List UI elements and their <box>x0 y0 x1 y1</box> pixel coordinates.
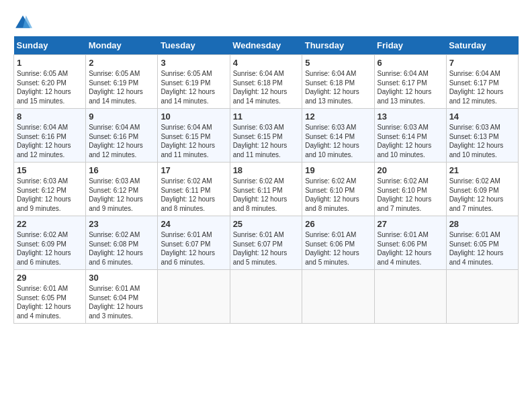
day-number: 4 <box>233 58 300 68</box>
day-info: Sunrise: 6:01 AMSunset: 6:05 PMDaylight:… <box>449 231 504 266</box>
day-info: Sunrise: 6:05 AMSunset: 6:20 PMDaylight:… <box>17 70 71 105</box>
day-number: 2 <box>89 58 154 68</box>
day-number: 24 <box>161 219 226 229</box>
calendar-week-4: 22 Sunrise: 6:02 AMSunset: 6:09 PMDaylig… <box>14 216 519 270</box>
day-number: 6 <box>378 58 443 68</box>
calendar-cell <box>374 270 446 324</box>
day-number: 18 <box>233 165 300 175</box>
day-info: Sunrise: 6:04 AMSunset: 6:18 PMDaylight:… <box>233 70 287 105</box>
day-info: Sunrise: 6:05 AMSunset: 6:19 PMDaylight:… <box>161 70 215 105</box>
calendar-cell: 26 Sunrise: 6:01 AMSunset: 6:06 PMDaylig… <box>302 216 374 270</box>
day-info: Sunrise: 6:04 AMSunset: 6:17 PMDaylight:… <box>378 70 432 105</box>
calendar-cell: 29 Sunrise: 6:01 AMSunset: 6:05 PMDaylig… <box>14 270 86 324</box>
day-info: Sunrise: 6:04 AMSunset: 6:16 PMDaylight:… <box>89 124 143 158</box>
day-number: 20 <box>378 165 443 175</box>
day-info: Sunrise: 6:04 AMSunset: 6:18 PMDaylight:… <box>305 70 359 105</box>
day-info: Sunrise: 6:03 AMSunset: 6:15 PMDaylight:… <box>233 124 287 158</box>
day-number: 22 <box>17 219 83 229</box>
day-info: Sunrise: 6:01 AMSunset: 6:07 PMDaylight:… <box>161 231 215 266</box>
page-header <box>13 13 519 32</box>
day-number: 30 <box>89 273 154 283</box>
day-info: Sunrise: 6:01 AMSunset: 6:05 PMDaylight:… <box>17 285 71 320</box>
calendar-cell: 11 Sunrise: 6:03 AMSunset: 6:15 PMDaylig… <box>230 109 302 163</box>
day-info: Sunrise: 6:02 AMSunset: 6:08 PMDaylight:… <box>89 231 143 266</box>
day-number: 5 <box>305 58 371 68</box>
day-number: 21 <box>449 165 515 175</box>
weekday-header-wednesday: Wednesday <box>230 36 302 55</box>
day-number: 8 <box>17 111 83 122</box>
day-info: Sunrise: 6:02 AMSunset: 6:11 PMDaylight:… <box>233 177 287 212</box>
day-info: Sunrise: 6:03 AMSunset: 6:12 PMDaylight:… <box>17 177 71 212</box>
day-number: 15 <box>17 165 83 175</box>
day-number: 9 <box>89 111 154 122</box>
calendar-week-5: 29 Sunrise: 6:01 AMSunset: 6:05 PMDaylig… <box>14 270 519 324</box>
calendar-cell <box>230 270 302 324</box>
calendar-cell: 3 Sunrise: 6:05 AMSunset: 6:19 PMDayligh… <box>158 55 230 109</box>
calendar-cell <box>302 270 374 324</box>
day-number: 16 <box>89 165 154 175</box>
day-number: 29 <box>17 273 83 283</box>
weekday-header-sunday: Sunday <box>14 36 86 55</box>
calendar-week-2: 8 Sunrise: 6:04 AMSunset: 6:16 PMDayligh… <box>14 109 519 163</box>
day-number: 3 <box>161 58 226 68</box>
day-number: 27 <box>378 219 443 229</box>
calendar-cell: 24 Sunrise: 6:01 AMSunset: 6:07 PMDaylig… <box>158 216 230 270</box>
calendar-cell: 13 Sunrise: 6:03 AMSunset: 6:14 PMDaylig… <box>374 109 446 163</box>
calendar-week-3: 15 Sunrise: 6:03 AMSunset: 6:12 PMDaylig… <box>14 163 519 216</box>
calendar-cell: 30 Sunrise: 6:01 AMSunset: 6:04 PMDaylig… <box>86 270 158 324</box>
calendar-cell: 10 Sunrise: 6:04 AMSunset: 6:15 PMDaylig… <box>158 109 230 163</box>
calendar-cell: 8 Sunrise: 6:04 AMSunset: 6:16 PMDayligh… <box>14 109 86 163</box>
calendar-cell: 2 Sunrise: 6:05 AMSunset: 6:19 PMDayligh… <box>86 55 158 109</box>
calendar-cell: 5 Sunrise: 6:04 AMSunset: 6:18 PMDayligh… <box>302 55 374 109</box>
day-info: Sunrise: 6:01 AMSunset: 6:04 PMDaylight:… <box>89 285 143 320</box>
calendar-cell: 18 Sunrise: 6:02 AMSunset: 6:11 PMDaylig… <box>230 163 302 216</box>
day-number: 19 <box>305 165 371 175</box>
day-info: Sunrise: 6:02 AMSunset: 6:09 PMDaylight:… <box>17 231 71 266</box>
day-info: Sunrise: 6:04 AMSunset: 6:15 PMDaylight:… <box>161 124 215 158</box>
calendar-cell: 1 Sunrise: 6:05 AMSunset: 6:20 PMDayligh… <box>14 55 86 109</box>
calendar-cell: 14 Sunrise: 6:03 AMSunset: 6:13 PMDaylig… <box>446 109 518 163</box>
calendar-cell: 15 Sunrise: 6:03 AMSunset: 6:12 PMDaylig… <box>14 163 86 216</box>
calendar-cell <box>446 270 518 324</box>
weekday-header-saturday: Saturday <box>446 36 518 55</box>
day-number: 23 <box>89 219 154 229</box>
day-number: 12 <box>305 111 371 122</box>
day-info: Sunrise: 6:02 AMSunset: 6:10 PMDaylight:… <box>305 177 359 212</box>
calendar-week-1: 1 Sunrise: 6:05 AMSunset: 6:20 PMDayligh… <box>14 55 519 109</box>
weekday-header-thursday: Thursday <box>302 36 374 55</box>
calendar-cell: 27 Sunrise: 6:01 AMSunset: 6:06 PMDaylig… <box>374 216 446 270</box>
day-info: Sunrise: 6:01 AMSunset: 6:06 PMDaylight:… <box>378 231 432 266</box>
day-number: 7 <box>449 58 515 68</box>
weekday-header-tuesday: Tuesday <box>158 36 230 55</box>
day-number: 17 <box>161 165 226 175</box>
calendar-cell: 23 Sunrise: 6:02 AMSunset: 6:08 PMDaylig… <box>86 216 158 270</box>
day-info: Sunrise: 6:04 AMSunset: 6:16 PMDaylight:… <box>17 124 71 158</box>
calendar-cell: 4 Sunrise: 6:04 AMSunset: 6:18 PMDayligh… <box>230 55 302 109</box>
logo <box>13 13 35 32</box>
calendar-cell: 28 Sunrise: 6:01 AMSunset: 6:05 PMDaylig… <box>446 216 518 270</box>
day-info: Sunrise: 6:02 AMSunset: 6:10 PMDaylight:… <box>378 177 432 212</box>
day-info: Sunrise: 6:03 AMSunset: 6:12 PMDaylight:… <box>89 177 143 212</box>
day-info: Sunrise: 6:05 AMSunset: 6:19 PMDaylight:… <box>89 70 143 105</box>
day-info: Sunrise: 6:02 AMSunset: 6:09 PMDaylight:… <box>449 177 504 212</box>
day-number: 14 <box>449 111 515 122</box>
day-number: 25 <box>233 219 300 229</box>
logo-icon <box>13 13 32 32</box>
calendar-cell: 19 Sunrise: 6:02 AMSunset: 6:10 PMDaylig… <box>302 163 374 216</box>
day-number: 28 <box>449 219 515 229</box>
calendar-cell: 9 Sunrise: 6:04 AMSunset: 6:16 PMDayligh… <box>86 109 158 163</box>
calendar-cell: 16 Sunrise: 6:03 AMSunset: 6:12 PMDaylig… <box>86 163 158 216</box>
calendar-cell: 21 Sunrise: 6:02 AMSunset: 6:09 PMDaylig… <box>446 163 518 216</box>
day-info: Sunrise: 6:03 AMSunset: 6:14 PMDaylight:… <box>378 124 432 158</box>
calendar-table: SundayMondayTuesdayWednesdayThursdayFrid… <box>13 36 519 324</box>
calendar-cell: 7 Sunrise: 6:04 AMSunset: 6:17 PMDayligh… <box>446 55 518 109</box>
day-number: 13 <box>378 111 443 122</box>
day-number: 1 <box>17 58 83 68</box>
calendar-cell: 20 Sunrise: 6:02 AMSunset: 6:10 PMDaylig… <box>374 163 446 216</box>
day-info: Sunrise: 6:01 AMSunset: 6:07 PMDaylight:… <box>233 231 287 266</box>
day-info: Sunrise: 6:02 AMSunset: 6:11 PMDaylight:… <box>161 177 215 212</box>
weekday-header-friday: Friday <box>374 36 446 55</box>
calendar-cell: 25 Sunrise: 6:01 AMSunset: 6:07 PMDaylig… <box>230 216 302 270</box>
day-info: Sunrise: 6:01 AMSunset: 6:06 PMDaylight:… <box>305 231 359 266</box>
day-info: Sunrise: 6:03 AMSunset: 6:13 PMDaylight:… <box>449 124 504 158</box>
